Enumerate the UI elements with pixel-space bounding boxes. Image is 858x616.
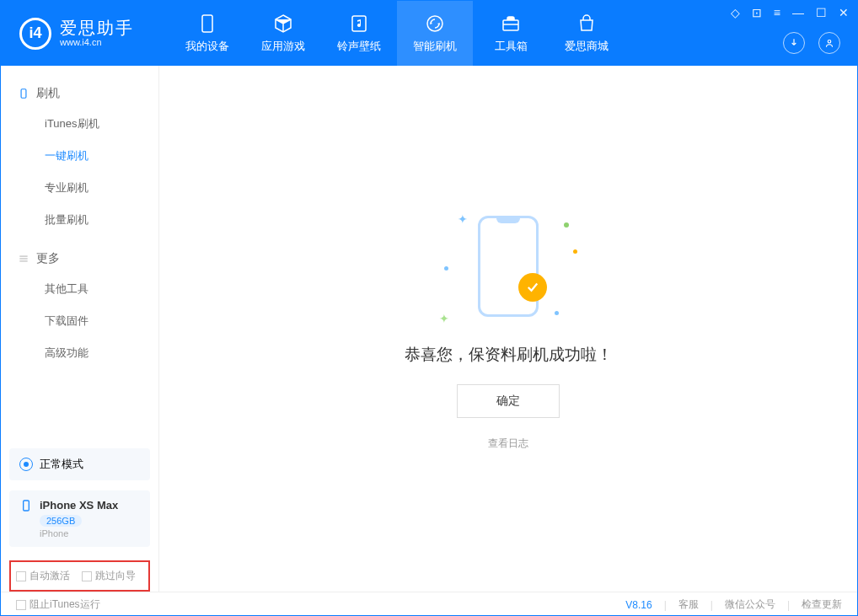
check-icon xyxy=(518,273,547,302)
feedback-icon[interactable]: ⊡ xyxy=(752,6,762,19)
phone-icon xyxy=(18,88,29,99)
tab-label: 我的设备 xyxy=(185,39,229,54)
phone-icon xyxy=(19,499,33,512)
phone-icon xyxy=(197,13,217,34)
svg-rect-8 xyxy=(24,501,29,511)
svg-rect-2 xyxy=(503,20,518,30)
logo-icon: i4 xyxy=(19,18,51,50)
tab-label: 爱思商城 xyxy=(565,39,609,54)
cube-icon xyxy=(273,13,293,34)
music-icon xyxy=(349,13,369,34)
auto-activate-checkbox[interactable]: 自动激活 xyxy=(16,569,70,583)
nav-tabs: 我的设备 应用游戏 铃声壁纸 智能刷机 工具箱 爱思商城 xyxy=(169,1,625,66)
tab-label: 智能刷机 xyxy=(413,39,457,54)
app-title: 爱思助手 xyxy=(60,19,134,37)
tab-ringtone[interactable]: 铃声壁纸 xyxy=(321,1,397,66)
svg-point-3 xyxy=(828,40,831,44)
tab-label: 工具箱 xyxy=(495,39,528,54)
sidebar-item-pro-flash[interactable]: 专业刷机 xyxy=(1,172,158,204)
titlebar: i4 爱思助手 www.i4.cn 我的设备 应用游戏 铃声壁纸 智能刷机 工具… xyxy=(1,1,857,66)
sidebar-item-other-tools[interactable]: 其他工具 xyxy=(1,273,158,305)
app-site: www.i4.cn xyxy=(60,37,134,47)
sidebar-item-batch-flash[interactable]: 批量刷机 xyxy=(1,204,158,236)
tab-toolbox[interactable]: 工具箱 xyxy=(473,1,549,66)
sidebar: 刷机 iTunes刷机 一键刷机 专业刷机 批量刷机 更多 其他工具 下载固件 … xyxy=(1,66,159,592)
window-controls: ◇ ⊡ ≡ — ☐ ✕ xyxy=(731,6,849,19)
mode-card[interactable]: 正常模式 xyxy=(9,448,150,480)
flash-options-highlight: 自动激活 跳过向导 xyxy=(9,560,150,592)
bag-icon xyxy=(576,13,597,34)
customer-service-link[interactable]: 客服 xyxy=(678,597,699,612)
success-illustration: ✦ ✦ xyxy=(432,207,584,325)
device-storage: 256GB xyxy=(40,515,82,527)
main-content: ✦ ✦ 恭喜您，保资料刷机成功啦！ 确定 查看日志 xyxy=(159,66,857,592)
sidebar-group-more: 更多 xyxy=(1,244,158,273)
skin-icon[interactable]: ◇ xyxy=(731,6,740,19)
app-logo: i4 爱思助手 www.i4.cn xyxy=(1,1,169,66)
version-label: V8.16 xyxy=(625,599,652,611)
sidebar-group-flash: 刷机 xyxy=(1,79,158,108)
list-icon xyxy=(18,253,29,265)
tab-label: 应用游戏 xyxy=(261,39,305,54)
ok-button[interactable]: 确定 xyxy=(457,384,560,418)
refresh-icon xyxy=(425,13,445,34)
device-card[interactable]: iPhone XS Max 256GB iPhone xyxy=(9,490,150,547)
menu-icon[interactable]: ≡ xyxy=(774,6,780,19)
group-label: 刷机 xyxy=(36,86,60,101)
user-button[interactable] xyxy=(818,32,840,54)
device-name: iPhone XS Max xyxy=(40,499,118,512)
statusbar: 阻止iTunes运行 V8.16 | 客服 | 微信公众号 | 检查更新 xyxy=(1,592,857,616)
toolbox-icon xyxy=(501,13,521,34)
skip-guide-checkbox[interactable]: 跳过向导 xyxy=(82,569,136,583)
wechat-link[interactable]: 微信公众号 xyxy=(725,597,775,612)
tab-flash[interactable]: 智能刷机 xyxy=(397,1,473,66)
svg-rect-0 xyxy=(202,15,212,32)
header-actions xyxy=(783,32,840,54)
close-button[interactable]: ✕ xyxy=(839,6,849,19)
view-log-link[interactable]: 查看日志 xyxy=(488,437,528,451)
mode-label: 正常模式 xyxy=(40,457,83,472)
block-itunes-checkbox[interactable]: 阻止iTunes运行 xyxy=(16,597,100,612)
minimize-button[interactable]: — xyxy=(792,6,804,19)
tab-store[interactable]: 爱思商城 xyxy=(549,1,625,66)
sidebar-item-advanced[interactable]: 高级功能 xyxy=(1,337,158,369)
tab-my-device[interactable]: 我的设备 xyxy=(169,1,245,66)
device-type: iPhone xyxy=(40,528,118,538)
sidebar-item-download-firmware[interactable]: 下载固件 xyxy=(1,305,158,337)
check-update-link[interactable]: 检查更新 xyxy=(802,597,842,612)
mode-icon xyxy=(19,458,33,471)
success-message: 恭喜您，保资料刷机成功啦！ xyxy=(405,344,613,366)
tab-apps[interactable]: 应用游戏 xyxy=(245,1,321,66)
group-label: 更多 xyxy=(36,251,60,266)
download-button[interactable] xyxy=(783,32,805,54)
svg-rect-1 xyxy=(352,16,366,31)
svg-rect-4 xyxy=(21,89,26,99)
sidebar-item-itunes-flash[interactable]: iTunes刷机 xyxy=(1,108,158,140)
maximize-button[interactable]: ☐ xyxy=(816,6,827,19)
tab-label: 铃声壁纸 xyxy=(337,39,381,54)
sidebar-item-onekey-flash[interactable]: 一键刷机 xyxy=(1,140,158,172)
